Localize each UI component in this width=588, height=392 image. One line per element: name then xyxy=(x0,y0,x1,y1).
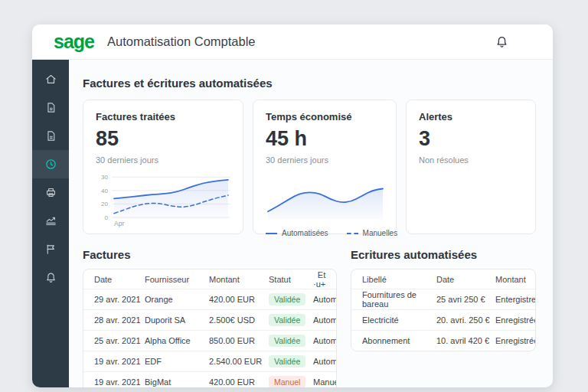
status-badge: Validée xyxy=(269,293,305,305)
app-bar: sage Automatisation Comptable xyxy=(32,24,553,60)
card-value: 45 h xyxy=(266,128,384,149)
y-tick-label: 40 xyxy=(101,188,108,194)
ecriture-row[interactable]: Electricité20. avri. 250 €Enregistrée› xyxy=(351,309,535,330)
sidebar-item-notifications[interactable] xyxy=(32,263,69,292)
facture-row[interactable]: 19 avr. 2021BigMat420.00 EURManuelManuel xyxy=(83,371,336,387)
cell-statut: Entergistree xyxy=(495,295,536,304)
cell-libelle: Electricité xyxy=(362,315,436,325)
cell-montant: 420.00 EUR xyxy=(209,377,269,387)
column-header-montant: Montant xyxy=(495,275,526,284)
ecritures-section-title: Ecritures automatisées xyxy=(351,248,536,261)
card-title: Alertes xyxy=(419,111,523,122)
menu-icon[interactable] xyxy=(522,34,534,50)
card-subtitle: 30 derniers jours xyxy=(266,155,384,165)
cell-libelle: Fournitures de bareau xyxy=(362,290,436,309)
status-badge: Manuel xyxy=(269,376,305,387)
ecritures-table-body: Fournitures de bareau25 avri 250 €Enterg… xyxy=(351,289,535,351)
cell-statut: Validée xyxy=(269,335,313,347)
facture-row[interactable]: 29 avr. 2021Orange420.00 EURValidéeAutom… xyxy=(83,289,336,309)
cell-fournisseur: BigMat xyxy=(145,377,209,387)
card-factures-traitees: Factures traitées 85 30 derniers jours 3… xyxy=(83,100,243,234)
cell-libelle: Abonnement xyxy=(362,336,436,345)
cell-date: 25 avr. 2021 xyxy=(94,336,145,345)
column-header-type: Et ·u+ xyxy=(313,270,325,289)
status-badge: Validée xyxy=(269,335,305,347)
cell-statut: Enregistrée xyxy=(495,336,536,345)
ecritures-table: Libellé Date Montant Fournitures de bare… xyxy=(351,269,536,351)
document-icon xyxy=(44,101,57,114)
cell-type: Automatisé- xyxy=(313,357,337,366)
cell-statut: Validée xyxy=(269,355,313,368)
line-chart xyxy=(112,168,230,219)
cell-type: Automatisé- xyxy=(313,315,337,325)
cell-montant: 2.500€ USD xyxy=(209,315,269,325)
main-content: Factures et écritures automatisées Factu… xyxy=(69,60,553,387)
sidebar-item-reports[interactable] xyxy=(32,207,69,235)
ecriture-row[interactable]: Abonnement10. avril 420 €Enregistrée› xyxy=(351,330,535,351)
app-title: Automatisation Comptable xyxy=(107,34,256,49)
ecritures-table-header: Libellé Date Montant xyxy=(351,270,535,289)
cell-montant: 2.540.00 EUR xyxy=(209,357,269,366)
sage-logo: sage xyxy=(54,32,94,51)
legend-item-manuelles: Manuelles xyxy=(347,229,398,237)
cell-date: 10. avril 420 € xyxy=(436,336,495,345)
factures-table-header: Date Fournisseur Montant Statut Et ·u+ xyxy=(83,270,336,289)
dashed-line-swatch xyxy=(347,233,358,234)
cell-type: Manuel xyxy=(313,377,337,387)
chart1-ticks: 3040200 xyxy=(96,168,108,219)
line-chart xyxy=(266,177,385,220)
printer-icon xyxy=(44,186,57,199)
sidebar-item-invoices[interactable] xyxy=(32,122,69,150)
factures-chart: 3040200 Apr xyxy=(96,168,230,230)
sidebar-item-documents[interactable] xyxy=(32,93,69,122)
sidebar-item-flags[interactable] xyxy=(32,235,69,263)
cell-fournisseur: EDF xyxy=(145,357,209,366)
facture-row[interactable]: 25 avr. 2021Alpha Office850.00 EURValidé… xyxy=(83,330,336,351)
factures-table: Date Fournisseur Montant Statut Et ·u+ 2… xyxy=(83,269,337,387)
card-value: 85 xyxy=(96,128,230,149)
cell-date: 20. avri. 250 € xyxy=(436,315,495,325)
factures-table-body: 29 avr. 2021Orange420.00 EURValidéeAutom… xyxy=(83,289,336,387)
card-title: Temps économisé xyxy=(266,111,384,122)
card-subtitle: Non résolues xyxy=(419,155,523,165)
cell-date: 28 avr. 2021 xyxy=(94,315,145,325)
cell-statut: Validée xyxy=(269,293,313,305)
solid-line-swatch xyxy=(266,233,277,234)
sidebar xyxy=(32,60,69,387)
ecriture-row[interactable]: Fournitures de bareau25 avri 250 €Enterg… xyxy=(351,289,535,309)
cell-date: 19 avr. 2021 xyxy=(94,377,145,387)
card-temps-economise: Temps économisé 45 h 30 derniers jours xyxy=(253,100,397,234)
card-title: Factures traitées xyxy=(96,111,230,122)
facture-row[interactable]: 19 avr. 2021EDF2.540.00 EURValidéeAutoma… xyxy=(83,351,336,371)
cell-type: Automatisé- xyxy=(313,336,337,345)
legend-label: Automatisées xyxy=(282,229,328,237)
document-icon xyxy=(44,129,57,142)
cell-montant: 420.00 EUR xyxy=(209,295,269,304)
clock-icon xyxy=(44,158,57,171)
chart-icon xyxy=(44,214,57,227)
cell-statut: Enregistrée xyxy=(495,315,536,325)
column-header-libelle: Libellé xyxy=(362,275,436,284)
cell-fournisseur: Orange xyxy=(145,295,209,304)
bell-icon[interactable] xyxy=(494,34,509,50)
cell-fournisseur: Duporit SA xyxy=(145,315,209,325)
cell-fournisseur: Alpha Office xyxy=(145,336,209,345)
facture-row[interactable]: 28 avr. 2021Duporit SA2.500€ USDValidéeA… xyxy=(83,309,336,330)
column-header-statut: Statut xyxy=(269,275,313,284)
cell-montant: 850.00 EUR xyxy=(209,336,269,345)
column-header-montant: Montant xyxy=(209,275,269,284)
app-window: sage Automatisation Comptable xyxy=(32,24,553,387)
flag-icon xyxy=(44,243,57,256)
column-header-date: Date xyxy=(436,275,495,284)
status-badge: Validée xyxy=(269,355,305,368)
sidebar-item-automation[interactable] xyxy=(32,150,69,178)
home-icon xyxy=(44,73,57,86)
sidebar-item-print[interactable] xyxy=(32,178,69,207)
card-value: 3 xyxy=(419,128,523,149)
overview-section-title: Factures et écritures automatisées xyxy=(83,77,536,90)
bell-icon xyxy=(44,271,57,284)
column-header-fournisseur: Fournisseur xyxy=(145,275,209,284)
cell-type: Automatisé- xyxy=(313,295,337,304)
status-badge: Validée xyxy=(269,314,305,326)
sidebar-item-home[interactable] xyxy=(32,65,69,93)
